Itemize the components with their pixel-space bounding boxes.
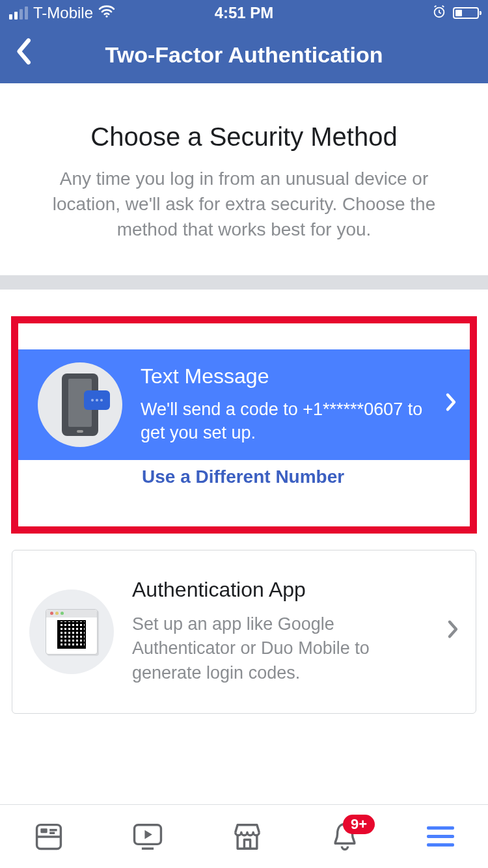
battery-icon (453, 7, 479, 19)
hamburger-icon (427, 826, 454, 847)
nav-header: Two-Factor Authentication (0, 26, 488, 83)
wifi-icon (98, 5, 115, 21)
notification-badge: 9+ (343, 815, 375, 834)
option-app-desc: Set up an app like Google Authenticator … (132, 612, 441, 686)
status-bar: T-Mobile 4:51 PM (0, 0, 488, 26)
option-sms-desc: We'll send a code to +1******0607 to get… (141, 398, 439, 445)
option-app-title: Authentication App (132, 578, 441, 602)
option-auth-app[interactable]: Authentication App Set up an app like Go… (12, 550, 476, 714)
page-title: Two-Factor Authentication (105, 42, 383, 68)
status-right (432, 5, 479, 22)
tab-marketplace[interactable] (232, 822, 263, 852)
chevron-right-icon (447, 619, 459, 644)
option-text-message[interactable]: Text Message We'll send a code to +1****… (12, 317, 476, 533)
qr-app-icon (29, 590, 114, 674)
tab-watch[interactable] (131, 821, 164, 852)
back-button[interactable] (14, 37, 33, 72)
option-sms-title: Text Message (141, 364, 439, 388)
tab-bar: 9+ (0, 804, 488, 868)
intro-heading: Choose a Security Method (26, 122, 462, 152)
carrier-label: T-Mobile (33, 4, 93, 22)
section-divider (0, 275, 488, 290)
alarm-icon (432, 5, 446, 22)
chevron-right-icon (445, 392, 457, 417)
tab-menu[interactable] (427, 826, 454, 847)
svg-rect-4 (40, 828, 47, 833)
use-different-number-link[interactable]: Use a Different Number (142, 467, 470, 487)
tab-notifications[interactable]: 9+ (331, 821, 359, 852)
signal-icon (9, 7, 28, 20)
intro-body: Any time you log in from an unusual devi… (26, 166, 462, 243)
phone-sms-icon (38, 362, 122, 447)
option-text-message-row[interactable]: Text Message We'll send a code to +1****… (18, 349, 470, 460)
intro-section: Choose a Security Method Any time you lo… (0, 83, 488, 275)
svg-rect-9 (244, 839, 250, 848)
status-left: T-Mobile (9, 4, 115, 22)
tab-feed[interactable] (34, 822, 64, 852)
svg-point-0 (106, 16, 108, 18)
